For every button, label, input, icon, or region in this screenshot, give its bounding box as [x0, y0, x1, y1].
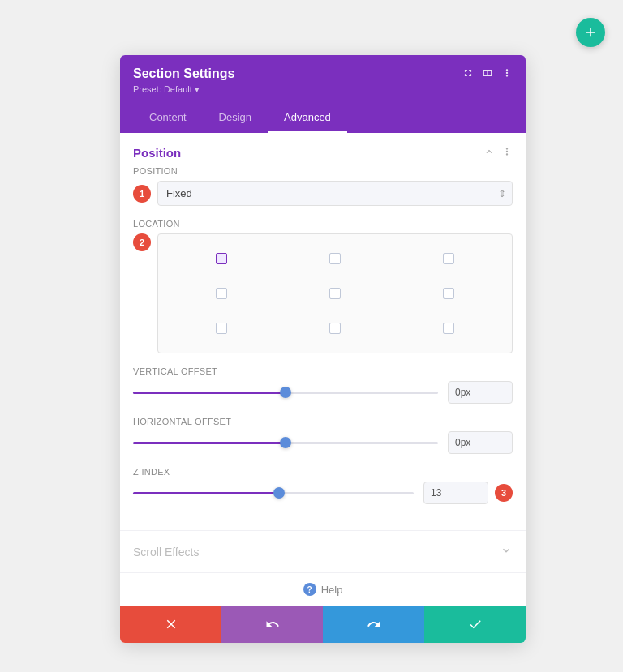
- horizontal-offset-row: 0px: [133, 431, 513, 454]
- position-section-title: Position: [133, 146, 181, 160]
- grid-cell-middle-left[interactable]: [165, 276, 278, 310]
- grid-cell-bottom-right[interactable]: [392, 311, 505, 346]
- panel-tabs: Content Design Advanced: [133, 103, 513, 133]
- z-index-track-wrapper[interactable]: [133, 485, 414, 501]
- undo-button[interactable]: [221, 606, 323, 643]
- z-index-input[interactable]: 13: [423, 482, 488, 504]
- help-text[interactable]: Help: [321, 584, 343, 596]
- grid-cell-top-right[interactable]: [392, 241, 505, 276]
- grid-dot-top-center: [329, 253, 341, 264]
- badge-2: 2: [133, 233, 151, 251]
- panel-header: Section Settings Preset: Default ▾ Conte…: [120, 55, 526, 133]
- grid-dot-bottom-left: [216, 323, 227, 334]
- panel-body: Position Position 1 Fixed Default: [120, 133, 526, 606]
- grid-cell-bottom-center[interactable]: [278, 311, 392, 346]
- vertical-offset-input[interactable]: 0px: [448, 381, 513, 404]
- section-settings-panel: Section Settings Preset: Default ▾ Conte…: [120, 55, 526, 643]
- grid-cell-top-center[interactable]: [278, 241, 392, 276]
- position-row: 1 Fixed Default Absolute Relative ⇕: [133, 181, 513, 206]
- vertical-offset-row: 0px: [133, 381, 513, 404]
- location-field-label: Location: [133, 219, 513, 229]
- position-select[interactable]: Fixed Default Absolute Relative: [157, 181, 513, 206]
- panel-header-top: Section Settings: [133, 66, 513, 81]
- columns-icon[interactable]: [482, 67, 493, 81]
- z-index-section: Z Index 13 3: [133, 467, 513, 504]
- horizontal-offset-track-wrapper[interactable]: [133, 434, 438, 451]
- panel-preset[interactable]: Preset: Default ▾: [133, 84, 513, 95]
- save-button[interactable]: [424, 606, 526, 643]
- more-icon[interactable]: [501, 67, 513, 81]
- redo-button[interactable]: [323, 606, 424, 643]
- cancel-button[interactable]: [120, 606, 221, 643]
- grid-dot-top-left: [216, 253, 227, 264]
- grid-cell-middle-right[interactable]: [392, 276, 505, 310]
- z-index-thumb[interactable]: [273, 487, 285, 499]
- grid-cell-middle-center[interactable]: [278, 276, 392, 310]
- horizontal-offset-track: [133, 442, 438, 444]
- badge-3: 3: [495, 484, 513, 502]
- horizontal-offset-section: Horizontal Offset 0px: [133, 417, 513, 454]
- scroll-effects-label: Scroll Effects: [133, 546, 199, 559]
- panel-header-icons: [462, 67, 513, 81]
- z-index-fill: [133, 492, 279, 494]
- vertical-offset-track-wrapper[interactable]: [133, 384, 438, 400]
- badge-1: 1: [133, 185, 151, 203]
- horizontal-offset-fill: [133, 442, 286, 444]
- location-grid: [165, 241, 505, 346]
- expand-icon[interactable]: [462, 67, 474, 81]
- scroll-effects-chevron-icon[interactable]: [500, 544, 513, 559]
- panel-footer: [120, 606, 526, 643]
- position-section-header: Position: [120, 133, 526, 166]
- z-index-label: Z Index: [133, 467, 513, 477]
- grid-dot-bottom-right: [443, 323, 454, 334]
- tab-content[interactable]: Content: [133, 103, 203, 133]
- help-row: ? Help: [120, 572, 526, 606]
- panel-content: Position 1 Fixed Default Absolute Relati…: [120, 166, 526, 530]
- vertical-offset-track: [133, 392, 438, 394]
- vertical-offset-section: Vertical Offset 0px: [133, 366, 513, 404]
- fab-add-button[interactable]: [576, 18, 605, 47]
- grid-dot-middle-right: [443, 288, 454, 299]
- vertical-offset-fill: [133, 392, 286, 394]
- z-index-input-row: 13 3: [423, 482, 513, 504]
- z-index-track: [133, 492, 414, 494]
- location-row: 2: [133, 233, 513, 353]
- section-header-icons: [483, 146, 513, 160]
- vertical-offset-thumb[interactable]: [280, 387, 291, 398]
- section-more-icon[interactable]: [501, 146, 513, 160]
- horizontal-offset-label: Horizontal Offset: [133, 417, 513, 426]
- help-icon[interactable]: ?: [303, 583, 316, 596]
- grid-dot-bottom-center: [329, 323, 341, 334]
- horizontal-offset-input[interactable]: 0px: [448, 431, 513, 454]
- position-field-label: Position: [133, 166, 513, 176]
- scroll-effects-section[interactable]: Scroll Effects: [120, 530, 526, 572]
- grid-dot-top-right: [443, 253, 454, 264]
- z-index-row: 13 3: [133, 482, 513, 504]
- collapse-icon[interactable]: [483, 146, 495, 160]
- tab-design[interactable]: Design: [203, 103, 268, 133]
- tab-advanced[interactable]: Advanced: [268, 103, 347, 133]
- grid-dot-middle-left: [216, 288, 227, 299]
- position-select-wrapper: Fixed Default Absolute Relative ⇕: [157, 181, 513, 206]
- vertical-offset-label: Vertical Offset: [133, 366, 513, 376]
- location-grid-wrapper: [157, 233, 513, 353]
- panel-title: Section Settings: [133, 66, 234, 81]
- horizontal-offset-thumb[interactable]: [280, 437, 291, 448]
- grid-cell-top-left[interactable]: [165, 241, 278, 276]
- grid-dot-middle-center: [329, 288, 341, 299]
- grid-cell-bottom-left[interactable]: [165, 311, 278, 346]
